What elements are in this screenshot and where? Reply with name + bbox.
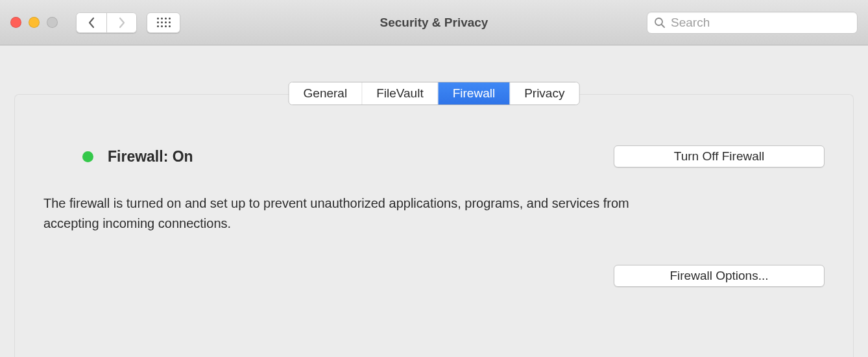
nav-buttons-group <box>76 12 137 33</box>
svg-point-0 <box>655 18 662 25</box>
firewall-options-button[interactable]: Firewall Options... <box>614 265 825 287</box>
minimize-window-button[interactable] <box>29 17 40 28</box>
svg-line-1 <box>662 25 664 27</box>
turn-off-firewall-button[interactable]: Turn Off Firewall <box>614 145 825 167</box>
firewall-status-label: Firewall: On <box>108 148 614 166</box>
tab-privacy[interactable]: Privacy <box>510 82 579 105</box>
tab-filevault[interactable]: FileVault <box>362 82 439 105</box>
zoom-window-button <box>47 17 58 28</box>
window-title: Security & Privacy <box>380 16 488 30</box>
firewall-description: The firewall is turned on and set up to … <box>43 193 673 234</box>
content-area: General FileVault Firewall Privacy Firew… <box>0 45 868 357</box>
back-button[interactable] <box>76 12 106 33</box>
search-input[interactable] <box>671 16 850 30</box>
options-row: Firewall Options... <box>43 265 825 287</box>
firewall-status-row: Firewall: On Turn Off Firewall <box>43 145 825 167</box>
chevron-right-icon <box>118 17 126 29</box>
grid-icon <box>157 18 171 27</box>
chevron-left-icon <box>88 17 95 29</box>
firewall-panel: Firewall: On Turn Off Firewall The firew… <box>14 94 854 357</box>
tab-firewall[interactable]: Firewall <box>439 82 510 105</box>
close-window-button[interactable] <box>10 17 21 28</box>
forward-button <box>106 12 137 33</box>
search-icon <box>654 17 666 29</box>
show-all-button[interactable] <box>147 12 180 33</box>
status-indicator-icon <box>82 151 93 162</box>
search-field-wrapper[interactable] <box>647 12 858 34</box>
traffic-lights <box>10 17 58 28</box>
tabs: General FileVault Firewall Privacy <box>289 82 580 105</box>
window-toolbar: Security & Privacy <box>0 0 868 45</box>
tab-general[interactable]: General <box>289 82 363 105</box>
